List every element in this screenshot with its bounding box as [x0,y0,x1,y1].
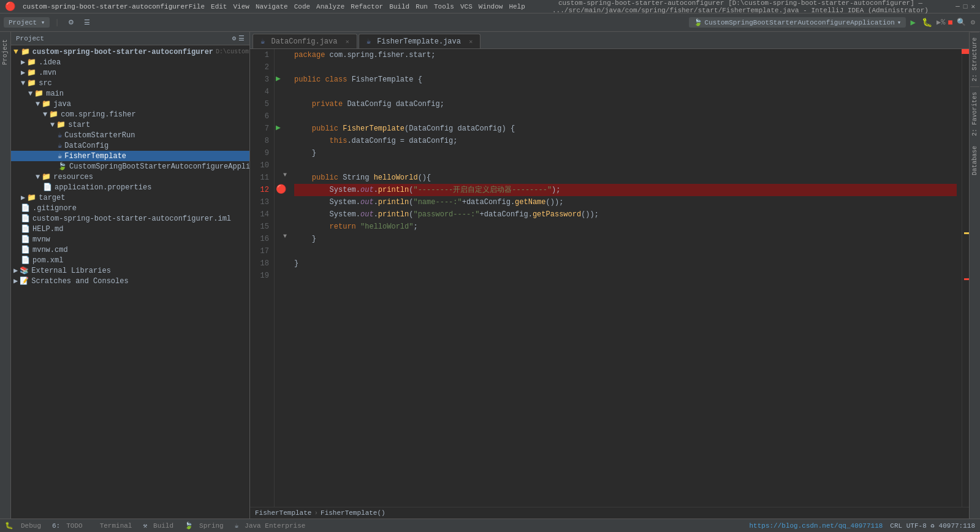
menu-build[interactable]: Build [389,3,409,10]
run-arrow-line7[interactable]: ▶ [276,123,281,132]
src-folder-icon: 📁 [27,78,36,88]
breadcrumb-method[interactable]: FisherTemplate() [321,509,386,517]
build-tab[interactable]: Build [151,522,176,530]
menu-vcs[interactable]: VCS [460,3,473,10]
minimize-btn[interactable]: ─ [955,3,960,10]
run-with-coverage-btn[interactable]: ▶% [936,18,945,27]
run-config-selector[interactable]: 🍃 CustomSpringBootStarterAutoconfigureAp… [689,17,906,28]
tree-custom-starter-run[interactable]: ☕ CustomStarterRun [11,130,249,140]
tree-main[interactable]: ▼ 📁 main [11,88,249,99]
menu-run[interactable]: Run [416,3,428,10]
menu-view[interactable]: View [233,3,249,10]
tree-idea[interactable]: ▶ 📁 .idea [11,57,249,67]
code-line-4 [294,86,957,98]
project-tab-label[interactable]: Project [1,34,10,70]
close-btn[interactable]: ✕ [971,2,975,10]
search-everywhere-btn[interactable]: 🔍 [955,18,967,27]
project-dropdown[interactable]: Project ▾ [4,17,50,28]
status-right: https://blog.csdn.net/qq_40977118 CRL UT… [750,522,976,530]
settings-btn[interactable]: ⚙ [970,18,976,27]
tree-target[interactable]: ▶ 📁 target [11,192,249,203]
pkg-label: com.spring.fisher [61,110,135,119]
menu-window[interactable]: Window [479,3,503,10]
debug-button[interactable]: 🐛 [920,17,934,28]
help-icon: 📄 [21,224,30,234]
favorites-tab-label[interactable]: 2: Favorites [970,86,979,141]
java-enterprise-tab[interactable]: Java Enterprise [242,522,308,530]
tree-fisher-template[interactable]: ☕ FisherTemplate [11,151,249,161]
tree-app-props[interactable]: 📄 application.properties [11,182,249,192]
tab-data-config[interactable]: ☕ DataConfig.java ✕ [253,34,357,48]
warning-indicator [964,232,969,234]
debug-tab[interactable]: Debug [18,522,44,530]
menu-navigate[interactable]: Navigate [256,3,288,10]
code-line-3: public class FisherTemplate { [294,74,957,86]
structure-tab-label[interactable]: 2: Structure [970,32,979,86]
status-bar: 🐛 Debug 6: TODO Terminal ⚒ Build 🍃 Sprin… [0,519,980,532]
menu-refactor[interactable]: Refactor [351,3,383,10]
linenum-10: 10 [250,159,269,172]
code-line-18: } [294,257,957,270]
code-line-12: System.out.println("--------开启自定义启动器----… [294,184,957,196]
tab-fisher-template[interactable]: ☕ FisherTemplate.java ✕ [359,34,481,48]
terminal-tab[interactable]: Terminal [97,522,135,530]
title-bar-left: 🔴 custom-spring-boot-starter-autoconfigu… [5,1,189,12]
breadcrumb-class[interactable]: FisherTemplate [255,509,311,517]
run-arrow-line16[interactable]: ▼ [283,233,287,240]
tree-start[interactable]: ▼ 📁 start [11,120,249,130]
app-icon: 🔴 [5,1,15,12]
tree-mvnw[interactable]: 📄 mvnw [11,234,249,245]
menu-help[interactable]: Help [509,3,525,10]
blog-link[interactable]: https://blog.csdn.net/qq_40977118 [750,522,883,530]
error-bar-line12 [964,278,969,280]
tree-iml[interactable]: 📄 custom-spring-boot-starter-autoconfigu… [11,213,249,224]
tree-mvnw-cmd[interactable]: 📄 mvnw.cmd [11,245,249,255]
run-arrow-line3[interactable]: ▶ [276,74,281,83]
linenum-6: 6 [250,110,269,123]
panel-layout-icon[interactable]: ☰ [238,34,245,42]
run-button[interactable]: ▶ [908,17,917,28]
tab-fisher-close[interactable]: ✕ [469,39,473,45]
tree-pom[interactable]: 📄 pom.xml [11,255,249,265]
tree-help[interactable]: 📄 HELP.md [11,224,249,234]
mvn-label: .mvn [39,69,56,77]
todo-tab[interactable]: TODO [64,522,85,530]
tree-app[interactable]: 🍃 CustomSpringBootStarterAutoconfigureAp… [11,161,249,172]
database-tab-label[interactable]: Database [970,141,979,180]
maximize-btn[interactable]: □ [963,3,968,10]
toolbar-settings-btn[interactable]: ⚙ [64,17,78,28]
tree-resources[interactable]: ▼ 📁 resources [11,172,249,182]
run-arrow-line11[interactable]: ▼ [283,172,287,178]
toolbar: Project ▾ | ⚙ ☰ 🍃 CustomSpringBootStarte… [0,13,980,32]
tree-gitignore[interactable]: 📄 .gitignore [11,203,249,213]
editor-area: ☕ DataConfig.java ✕ ☕ FisherTemplate.jav… [250,32,969,519]
linenum-12: 12 [250,184,269,196]
menu-file[interactable]: File [189,3,205,10]
menu-tools[interactable]: Tools [434,3,454,10]
tree-root-label: custom-spring-boot-starter-autoconfigure… [32,48,213,56]
tree-scratches[interactable]: ▶ 📝 Scratches and Consoles [11,276,249,286]
tree-com-spring-fisher[interactable]: ▼ 📁 com.spring.fisher [11,109,249,120]
tree-java[interactable]: ▼ 📁 java [11,99,249,109]
right-panel-strip: 2: Structure 2: Favorites Database [969,32,980,519]
tree-external-libs[interactable]: ▶ 📚 External Libraries [11,265,249,276]
menu-edit[interactable]: Edit [211,3,227,10]
stop-button[interactable]: ■ [948,18,952,28]
tab-data-config-close[interactable]: ✕ [346,39,349,45]
code-editor: 1 2 3 4 5 6 7 8 9 10 11 12 13 14 15 16 1 [250,49,969,507]
tree-data-config[interactable]: ☕ DataConfig [11,140,249,151]
code-line-5: private DataConfig dataConfig; [294,98,957,110]
mvn-arrow: ▶ [21,68,25,77]
linenum-13: 13 [250,196,269,208]
panel-gear-icon[interactable]: ⚙ [232,34,236,42]
breakpoint-line12[interactable]: 🔴 [276,184,286,194]
toolbar-layout-btn[interactable]: ☰ [80,17,94,28]
menu-analyze[interactable]: Analyze [316,3,344,10]
menu-code[interactable]: Code [294,3,310,10]
tree-root[interactable]: ▼ 📁 custom-spring-boot-starter-autoconfi… [11,47,249,57]
tree-src[interactable]: ▼ 📁 src [11,78,249,88]
code-content[interactable]: package com.spring.fisher.start; public … [289,49,962,507]
spring-tab[interactable]: Spring [197,522,226,530]
root-path-label: D:\custom-spring-boot-starte... [216,48,249,55]
tree-mvn[interactable]: ▶ 📁 .mvn [11,67,249,78]
